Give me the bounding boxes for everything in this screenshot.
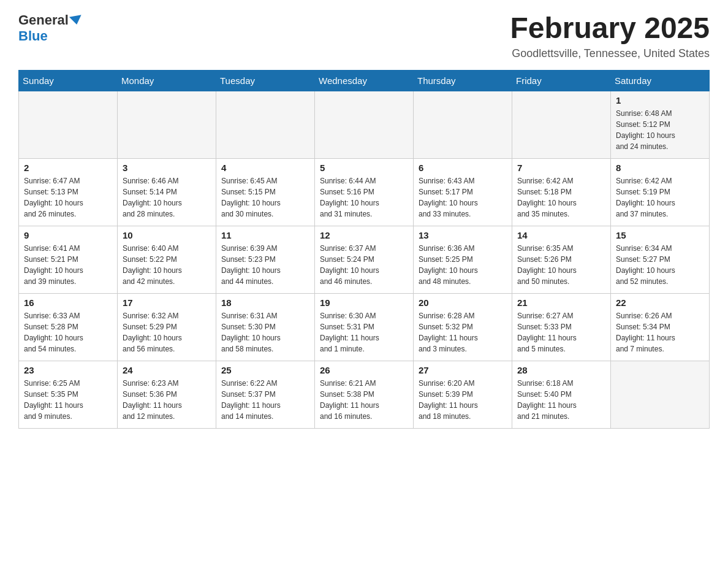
calendar-cell: 22Sunrise: 6:26 AM Sunset: 5:34 PM Dayli… [611,293,710,361]
day-info: Sunrise: 6:32 AM Sunset: 5:29 PM Dayligh… [123,310,211,354]
day-number: 27 [419,365,507,375]
location-title: Goodlettsville, Tennessee, United States [510,47,710,60]
day-number: 2 [24,163,112,173]
weekday-header-tuesday: Tuesday [216,70,315,91]
day-number: 8 [616,163,704,173]
calendar-cell [118,91,216,158]
calendar-cell [19,91,118,158]
day-info: Sunrise: 6:37 AM Sunset: 5:24 PM Dayligh… [320,243,408,287]
calendar-cell: 15Sunrise: 6:34 AM Sunset: 5:27 PM Dayli… [611,226,710,293]
calendar-body: 1Sunrise: 6:48 AM Sunset: 5:12 PM Daylig… [19,91,710,428]
day-info: Sunrise: 6:43 AM Sunset: 5:17 PM Dayligh… [419,175,507,220]
day-number: 18 [221,297,309,308]
day-number: 7 [517,163,605,173]
day-info: Sunrise: 6:21 AM Sunset: 5:38 PM Dayligh… [320,378,408,422]
day-number: 19 [320,297,408,308]
day-info: Sunrise: 6:42 AM Sunset: 5:18 PM Dayligh… [517,175,605,220]
title-block: February 2025 Goodlettsville, Tennessee,… [510,12,710,60]
calendar-cell: 25Sunrise: 6:22 AM Sunset: 5:37 PM Dayli… [216,361,315,428]
calendar-cell: 2Sunrise: 6:47 AM Sunset: 5:13 PM Daylig… [19,158,118,226]
day-number: 12 [320,230,408,240]
day-info: Sunrise: 6:25 AM Sunset: 5:35 PM Dayligh… [24,378,112,422]
calendar-cell: 24Sunrise: 6:23 AM Sunset: 5:36 PM Dayli… [118,361,216,428]
calendar-cell: 8Sunrise: 6:42 AM Sunset: 5:19 PM Daylig… [611,158,710,226]
calendar-cell: 13Sunrise: 6:36 AM Sunset: 5:25 PM Dayli… [414,226,512,293]
day-info: Sunrise: 6:36 AM Sunset: 5:25 PM Dayligh… [419,243,507,287]
day-info: Sunrise: 6:33 AM Sunset: 5:28 PM Dayligh… [24,310,112,354]
day-number: 23 [24,365,112,375]
day-number: 11 [221,230,309,240]
day-number: 14 [517,230,605,240]
day-info: Sunrise: 6:48 AM Sunset: 5:12 PM Dayligh… [616,108,704,152]
day-number: 9 [24,230,112,240]
logo-triangle-icon [69,15,83,25]
day-info: Sunrise: 6:20 AM Sunset: 5:39 PM Dayligh… [419,378,507,422]
calendar-cell: 16Sunrise: 6:33 AM Sunset: 5:28 PM Dayli… [19,293,118,361]
calendar-cell: 7Sunrise: 6:42 AM Sunset: 5:18 PM Daylig… [512,158,611,226]
day-number: 6 [419,163,507,173]
day-number: 20 [419,297,507,308]
calendar-cell: 14Sunrise: 6:35 AM Sunset: 5:26 PM Dayli… [512,226,611,293]
calendar-cell: 9Sunrise: 6:41 AM Sunset: 5:21 PM Daylig… [19,226,118,293]
day-number: 3 [123,163,211,173]
day-info: Sunrise: 6:34 AM Sunset: 5:27 PM Dayligh… [616,243,704,287]
logo-blue-text: Blue [18,28,48,44]
day-number: 17 [123,297,211,308]
weekday-header-monday: Monday [118,70,216,91]
calendar-cell: 27Sunrise: 6:20 AM Sunset: 5:39 PM Dayli… [414,361,512,428]
day-number: 10 [123,230,211,240]
day-info: Sunrise: 6:39 AM Sunset: 5:23 PM Dayligh… [221,243,309,287]
calendar-cell [216,91,315,158]
day-number: 15 [616,230,704,240]
calendar-cell: 3Sunrise: 6:46 AM Sunset: 5:14 PM Daylig… [118,158,216,226]
calendar-week-1: 2Sunrise: 6:47 AM Sunset: 5:13 PM Daylig… [19,158,710,226]
calendar-cell [315,91,414,158]
day-info: Sunrise: 6:40 AM Sunset: 5:22 PM Dayligh… [123,243,211,287]
calendar-cell [611,361,710,428]
logo-general-text: General [18,12,69,28]
calendar-cell: 18Sunrise: 6:31 AM Sunset: 5:30 PM Dayli… [216,293,315,361]
day-info: Sunrise: 6:31 AM Sunset: 5:30 PM Dayligh… [221,310,309,354]
calendar-cell: 19Sunrise: 6:30 AM Sunset: 5:31 PM Dayli… [315,293,414,361]
day-info: Sunrise: 6:42 AM Sunset: 5:19 PM Dayligh… [616,175,704,220]
weekday-header-row: SundayMondayTuesdayWednesdayThursdayFrid… [19,70,710,91]
day-info: Sunrise: 6:35 AM Sunset: 5:26 PM Dayligh… [517,243,605,287]
calendar-week-3: 16Sunrise: 6:33 AM Sunset: 5:28 PM Dayli… [19,293,710,361]
day-info: Sunrise: 6:23 AM Sunset: 5:36 PM Dayligh… [123,378,211,422]
calendar-cell: 5Sunrise: 6:44 AM Sunset: 5:16 PM Daylig… [315,158,414,226]
weekday-header-saturday: Saturday [611,70,710,91]
day-number: 21 [517,297,605,308]
day-number: 25 [221,365,309,375]
calendar-cell: 28Sunrise: 6:18 AM Sunset: 5:40 PM Dayli… [512,361,611,428]
day-info: Sunrise: 6:44 AM Sunset: 5:16 PM Dayligh… [320,175,408,220]
calendar-week-4: 23Sunrise: 6:25 AM Sunset: 5:35 PM Dayli… [19,361,710,428]
day-info: Sunrise: 6:45 AM Sunset: 5:15 PM Dayligh… [221,175,309,220]
day-number: 16 [24,297,112,308]
calendar-cell: 10Sunrise: 6:40 AM Sunset: 5:22 PM Dayli… [118,226,216,293]
day-info: Sunrise: 6:30 AM Sunset: 5:31 PM Dayligh… [320,310,408,354]
calendar-header: SundayMondayTuesdayWednesdayThursdayFrid… [19,70,710,91]
calendar-cell: 11Sunrise: 6:39 AM Sunset: 5:23 PM Dayli… [216,226,315,293]
month-title: February 2025 [510,12,710,45]
day-number: 28 [517,365,605,375]
calendar-cell: 21Sunrise: 6:27 AM Sunset: 5:33 PM Dayli… [512,293,611,361]
weekday-header-wednesday: Wednesday [315,70,414,91]
weekday-header-friday: Friday [512,70,611,91]
day-info: Sunrise: 6:22 AM Sunset: 5:37 PM Dayligh… [221,378,309,422]
day-number: 22 [616,297,704,308]
day-number: 26 [320,365,408,375]
day-info: Sunrise: 6:47 AM Sunset: 5:13 PM Dayligh… [24,175,112,220]
day-info: Sunrise: 6:26 AM Sunset: 5:34 PM Dayligh… [616,310,704,354]
calendar-cell: 23Sunrise: 6:25 AM Sunset: 5:35 PM Dayli… [19,361,118,428]
page-header: General Blue February 2025 Goodlettsvill… [18,12,710,60]
day-number: 13 [419,230,507,240]
calendar-table: SundayMondayTuesdayWednesdayThursdayFrid… [18,70,710,429]
calendar-cell: 6Sunrise: 6:43 AM Sunset: 5:17 PM Daylig… [414,158,512,226]
weekday-header-thursday: Thursday [414,70,512,91]
weekday-header-sunday: Sunday [19,70,118,91]
calendar-cell: 26Sunrise: 6:21 AM Sunset: 5:38 PM Dayli… [315,361,414,428]
day-info: Sunrise: 6:27 AM Sunset: 5:33 PM Dayligh… [517,310,605,354]
calendar-cell: 20Sunrise: 6:28 AM Sunset: 5:32 PM Dayli… [414,293,512,361]
day-info: Sunrise: 6:41 AM Sunset: 5:21 PM Dayligh… [24,243,112,287]
day-info: Sunrise: 6:28 AM Sunset: 5:32 PM Dayligh… [419,310,507,354]
